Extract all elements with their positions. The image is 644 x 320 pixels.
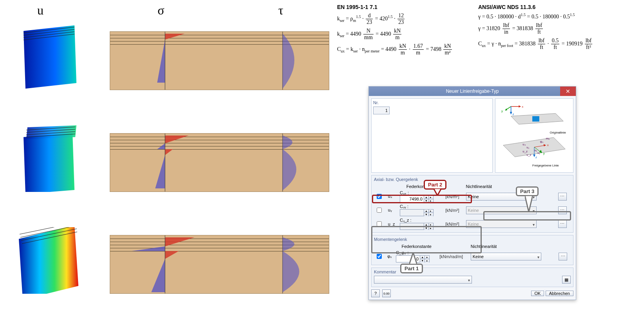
nr-input[interactable] xyxy=(373,107,390,114)
moment-nl-label: Nichtlinearität xyxy=(470,243,557,249)
svg-marker-17 xyxy=(165,149,173,155)
label-sigma: σ xyxy=(158,3,164,18)
axial-ux-name: uₓ xyxy=(387,190,399,203)
svg-text:y: y xyxy=(501,109,503,113)
axial-uz-unit: [kN/m²] xyxy=(444,217,464,231)
svg-text:Originallinie: Originallinie xyxy=(550,131,566,134)
comment-pick-icon[interactable]: ▦ xyxy=(562,276,571,284)
moment-phix-stepper[interactable]: ▸▸ xyxy=(425,255,430,262)
close-icon[interactable]: ✕ xyxy=(560,87,576,96)
ok-button[interactable]: OK xyxy=(531,291,544,296)
fed-label: Federkonstante xyxy=(399,183,444,190)
comment-section: Kommentar ▦ xyxy=(371,268,573,287)
svg-marker-26 xyxy=(165,237,194,246)
axial-row-uy: uᵧ Cᵤᵧ : ▲▼ ▸▸ [kN/m²] Keine ⋯ xyxy=(374,203,571,217)
svg-text:x: x xyxy=(547,143,549,147)
moment-phix-unit: [kNm/rad/m] xyxy=(438,249,470,263)
moment-phix-edit-icon[interactable]: ⋯ xyxy=(559,253,567,260)
u-plot-2 xyxy=(16,125,78,192)
moment-phix-clabel: C_φₓ : xyxy=(396,250,408,255)
dialog-title: Neuer Linienfreigabe-Typ xyxy=(446,89,499,94)
svg-text:vₓ: vₓ xyxy=(526,146,530,149)
moment-phix-value[interactable] xyxy=(396,255,420,262)
svg-text:uₓ: uₓ xyxy=(522,143,526,146)
axial-uz-nonlinear: Keine xyxy=(466,220,537,228)
svg-marker-39 xyxy=(510,112,512,114)
axial-uy-edit-icon: ⋯ xyxy=(558,206,567,214)
svg-marker-18 xyxy=(155,155,165,188)
svg-marker-15 xyxy=(165,136,189,143)
svg-text:φₓ: φₓ xyxy=(540,140,544,143)
axial-uy-stepper: ▸▸ xyxy=(429,209,434,216)
moment-fed-label: Federkonstante xyxy=(395,243,438,249)
axial-uy-spinner: ▲▼ xyxy=(424,209,429,216)
axial-section: Axial- bzw. Quergelenk Federkonstante Ni… xyxy=(371,175,573,233)
us-line3: Cux = γ · nper foot = 381838 lbfft · 0.5… xyxy=(478,38,643,51)
eu-line3: Cux = kser · nper meter = 4490 kNm · 1.6… xyxy=(337,43,478,56)
svg-marker-33 xyxy=(519,105,521,108)
us-line1: γ = 0.5 · 180000 · d1.5 = 0.5 · 180000 ·… xyxy=(478,13,643,20)
u-plot-1 xyxy=(16,24,78,90)
moment-title: Momentengelenk xyxy=(374,237,571,242)
axial-ux-spinner[interactable]: ▲▼ xyxy=(424,195,429,202)
moment-phix-checkbox[interactable] xyxy=(377,254,382,259)
svg-marker-9 xyxy=(24,133,74,192)
svg-text:y: y xyxy=(543,152,545,155)
eu-line2: kser = 4490 Nmm = 4490 kNm xyxy=(337,28,478,41)
axial-uz-stepper: ▸▸ xyxy=(429,223,434,230)
svg-text:uᵧ: uᵧ xyxy=(534,148,537,152)
us-line2: γ = 31820 lbfin = 381838 lbfft xyxy=(478,22,643,35)
nl-label: Nichtlinearität xyxy=(465,183,557,190)
nr-label: Nr. xyxy=(373,100,491,105)
axial-uy-checkbox[interactable] xyxy=(377,208,382,213)
axial-uz-edit-icon: ⋯ xyxy=(558,220,567,228)
svg-marker-27 xyxy=(132,246,165,251)
axial-row-ux: uₓ Cᵤₓ : ▲▼ ▸▸ [kN/m²] Keine ⋯ xyxy=(374,190,571,203)
axial-uz-spinner: ▲▼ xyxy=(424,223,429,230)
cancel-button[interactable]: Abbrechen xyxy=(546,291,573,296)
moment-phix-name: φₓ xyxy=(386,249,395,263)
axial-uy-value xyxy=(400,209,424,216)
axial-uy-unit: [kN/m²] xyxy=(444,203,464,217)
axial-ux-nonlinear[interactable]: Keine xyxy=(466,193,537,201)
comment-title: Kommentar xyxy=(374,269,571,274)
formula-block: EN 1995-1-1 7.1 kser = ρm1.5 · d23 = 420… xyxy=(337,4,639,82)
axial-title: Axial- bzw. Quergelenk xyxy=(374,177,571,182)
diagram-area xyxy=(8,20,341,320)
help-icon[interactable]: ? xyxy=(371,289,380,297)
axial-ux-edit-icon[interactable]: ⋯ xyxy=(558,193,567,201)
axial-ux-stepper[interactable]: ▸▸ xyxy=(429,195,434,202)
svg-text:mₓ: mₓ xyxy=(546,137,550,140)
dialog-titlebar[interactable]: Neuer Linienfreigabe-Typ ✕ xyxy=(369,87,576,96)
svg-text:z: z xyxy=(513,112,514,116)
eu-title: EN 1995-1-1 7.1 xyxy=(337,4,478,10)
svg-marker-28 xyxy=(165,251,179,259)
units-icon[interactable]: 0.00 xyxy=(382,289,391,297)
moment-phix-spinner[interactable]: ▲▼ xyxy=(420,255,425,262)
svg-text:Freigegebene Linie: Freigegebene Linie xyxy=(532,164,559,167)
axial-uz-clabel: Cᵤ_z : xyxy=(400,218,412,222)
u-plot-3 xyxy=(16,227,78,294)
moment-section: Momentengelenk Federkonstante Nichtlinea… xyxy=(371,235,573,265)
svg-rect-42 xyxy=(532,116,539,122)
comment-combo[interactable] xyxy=(374,276,472,284)
svg-marker-16 xyxy=(157,143,165,149)
beam-3 xyxy=(110,235,329,294)
axial-row-uz: u_z Cᵤ_z : ▲▼ ▸▸ [kN/m²] Keine ⋯ xyxy=(374,217,571,231)
axial-uz-value xyxy=(400,223,424,230)
moment-row-phix: φₓ C_φₓ : ▲▼ ▸▸ [kNm/rad/m] Keine ⋯ xyxy=(374,249,571,263)
axial-uy-name: uᵧ xyxy=(387,203,399,217)
axial-uy-clabel: Cᵤᵧ : xyxy=(400,204,408,209)
label-tau: τ xyxy=(278,3,283,18)
svg-text:x: x xyxy=(522,105,523,108)
eu-line1: kser = ρm1.5 · d23 = 4201.5 · 1223 xyxy=(337,13,478,25)
svg-text:z: z xyxy=(535,155,537,159)
dialog-line-release: Neuer Linienfreigabe-Typ ✕ Nr. x y z xyxy=(368,86,576,300)
axial-uz-name: u_z xyxy=(387,217,399,231)
svg-text:vᵧ: vᵧ xyxy=(537,151,540,155)
axial-ux-checkbox[interactable] xyxy=(377,194,382,199)
label-u: u xyxy=(37,3,44,18)
moment-phix-nonlinear[interactable]: Keine xyxy=(471,253,541,260)
axial-uz-checkbox[interactable] xyxy=(377,221,382,226)
axial-ux-value[interactable] xyxy=(400,195,424,202)
